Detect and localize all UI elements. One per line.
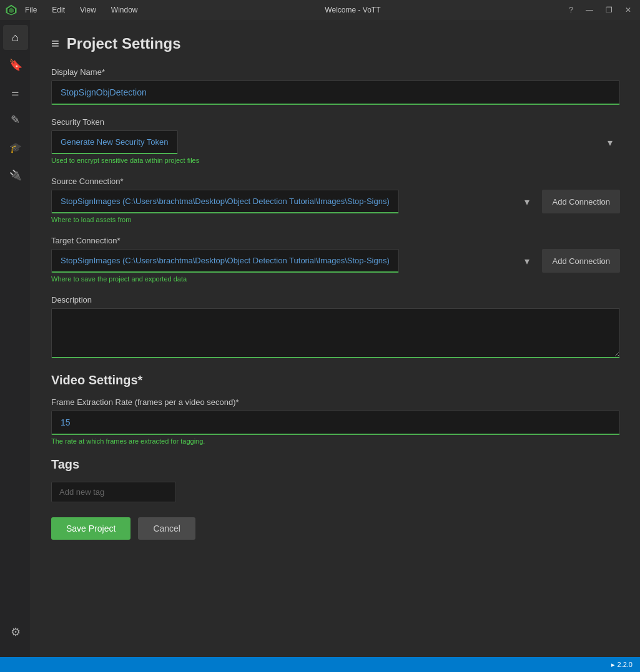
display-name-group: Display Name*	[51, 67, 620, 105]
close-button[interactable]: ✕	[621, 4, 635, 16]
target-connection-select[interactable]: StopSignImages (C:\Users\brachtma\Deskto…	[51, 249, 399, 273]
description-textarea[interactable]	[51, 308, 620, 358]
page-title: Project Settings	[67, 35, 181, 52]
window-controls: ? — ❐ ✕	[565, 4, 635, 16]
frame-rate-input[interactable]	[51, 411, 620, 435]
menu-edit[interactable]: Edit	[49, 4, 67, 16]
app-body: ⌂ 🔖 ⚌ ✎ 🎓 🔌 ⚙ ≡ Project Settings Display…	[0, 20, 640, 657]
status-bar: ▸ 2.2.0	[0, 657, 640, 672]
window-title: Welcome - VoTT	[140, 6, 566, 14]
sidebar-item-sliders[interactable]: ⚌	[3, 80, 28, 105]
target-connection-label: Target Connection*	[51, 236, 620, 245]
sidebar-item-edit[interactable]: ✎	[3, 107, 28, 132]
target-connection-hint: Where to save the project and exported d…	[51, 275, 620, 283]
menu-bar: File Edit View Window	[22, 4, 140, 16]
sidebar-item-home[interactable]: ⌂	[3, 25, 28, 50]
titlebar: File Edit View Window Welcome - VoTT ? —…	[0, 0, 640, 20]
security-token-select[interactable]: Generate New Security Token	[51, 130, 178, 154]
page-header: ≡ Project Settings	[51, 35, 620, 52]
source-add-connection-button[interactable]: Add Connection	[542, 190, 620, 213]
menu-window[interactable]: Window	[109, 4, 140, 16]
tags-input[interactable]	[51, 482, 176, 502]
description-group: Description	[51, 295, 620, 361]
sidebar-item-graduation[interactable]: 🎓	[3, 135, 28, 160]
app-logo	[5, 4, 17, 16]
target-connection-row: StopSignImages (C:\Users\brachtma\Deskto…	[51, 249, 620, 273]
target-connection-group: Target Connection* StopSignImages (C:\Us…	[51, 236, 620, 283]
frame-rate-group: Frame Extraction Rate (frames per a vide…	[51, 397, 620, 445]
sidebar-item-plugin[interactable]: 🔌	[3, 162, 28, 187]
security-token-label: Security Token	[51, 117, 620, 127]
source-connection-row: StopSignImages (C:\Users\brachtma\Deskto…	[51, 190, 620, 213]
source-connection-select[interactable]: StopSignImages (C:\Users\brachtma\Deskto…	[51, 190, 399, 213]
video-settings-title: Video Settings*	[51, 373, 620, 387]
help-button[interactable]: ?	[565, 4, 577, 16]
main-content: ≡ Project Settings Display Name* Securit…	[31, 20, 640, 657]
minimize-button[interactable]: —	[582, 4, 597, 16]
save-project-button[interactable]: Save Project	[51, 517, 130, 540]
sidebar: ⌂ 🔖 ⚌ ✎ 🎓 🔌 ⚙	[0, 20, 31, 657]
target-add-connection-button[interactable]: Add Connection	[542, 249, 620, 273]
target-connection-select-container: StopSignImages (C:\Users\brachtma\Deskto…	[51, 249, 537, 273]
source-connection-group: Source Connection* StopSignImages (C:\Us…	[51, 177, 620, 223]
security-token-select-container: Generate New Security Token	[51, 130, 620, 154]
frame-rate-hint: The rate at which frames are extracted f…	[51, 437, 620, 445]
maximize-button[interactable]: ❐	[602, 4, 616, 16]
tags-title: Tags	[51, 457, 620, 472]
menu-file[interactable]: File	[22, 4, 39, 16]
menu-view[interactable]: View	[77, 4, 99, 16]
source-connection-select-container: StopSignImages (C:\Users\brachtma\Deskto…	[51, 190, 537, 213]
description-label: Description	[51, 295, 620, 304]
sidebar-bottom: ⚙	[3, 620, 28, 652]
source-connection-label: Source Connection*	[51, 177, 620, 186]
source-connection-hint: Where to load assets from	[51, 216, 620, 223]
display-name-label: Display Name*	[51, 67, 620, 77]
display-name-input[interactable]	[51, 80, 620, 105]
security-token-group: Security Token Generate New Security Tok…	[51, 117, 620, 164]
cancel-button[interactable]: Cancel	[138, 517, 195, 540]
version-label: ▸ 2.2.0	[611, 661, 633, 669]
security-token-hint: Used to encrypt sensitive data within pr…	[51, 157, 620, 164]
frame-rate-label: Frame Extraction Rate (frames per a vide…	[51, 397, 620, 407]
sidebar-item-settings[interactable]: ⚙	[3, 620, 28, 645]
sidebar-item-bookmark[interactable]: 🔖	[3, 52, 28, 77]
page-header-icon: ≡	[51, 36, 59, 52]
action-buttons: Save Project Cancel	[51, 517, 620, 540]
